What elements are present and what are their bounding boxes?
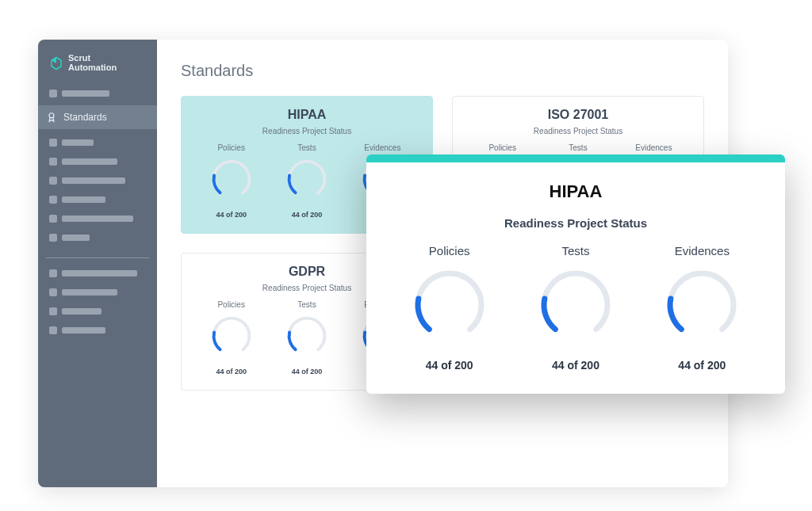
brand-logo-icon — [49, 56, 63, 71]
metric-policies: Policies 44 of 200 — [196, 143, 266, 219]
gauge-icon — [662, 265, 741, 345]
gauge-icon — [209, 157, 254, 201]
metric-label: Policies — [467, 143, 538, 152]
ribbon-icon — [46, 112, 57, 123]
metric-policies: Policies 44 of 200 — [390, 244, 508, 372]
card-subtitle: Readiness Project Status — [196, 127, 418, 135]
nav-list-secondary — [38, 266, 157, 342]
page-title: Standards — [181, 62, 704, 80]
popup-accent-bar — [366, 154, 785, 162]
metric-value: 44 of 200 — [271, 368, 342, 376]
metric-value: 44 of 200 — [196, 368, 266, 376]
nav-item-placeholder[interactable] — [46, 193, 149, 207]
popup-metrics: Policies 44 of 200 Tests 44 of 200 Evide… — [390, 244, 761, 372]
metric-value: 44 of 200 — [516, 359, 634, 372]
nav-item-label: Standards — [63, 112, 107, 123]
popup-title: HIPAA — [390, 181, 761, 202]
nav-list: Standards — [38, 86, 157, 250]
nav-item-placeholder[interactable] — [46, 323, 149, 337]
brand: Scrut Automation — [38, 54, 157, 86]
metric-label: Evidences — [347, 143, 418, 152]
gauge-icon — [410, 265, 489, 345]
metric-label: Policies — [196, 143, 266, 152]
nav-item-placeholder[interactable] — [46, 231, 149, 245]
metric-value: 44 of 200 — [643, 359, 761, 372]
metric-label: Tests — [271, 143, 342, 152]
standard-detail-popup: HIPAA Readiness Project Status Policies … — [366, 154, 785, 394]
popup-subtitle: Readiness Project Status — [390, 216, 761, 230]
nav-item-placeholder[interactable] — [46, 266, 149, 280]
nav-item-standards[interactable]: Standards — [38, 105, 157, 129]
svg-point-0 — [49, 113, 54, 118]
nav-item-placeholder[interactable] — [46, 154, 149, 169]
metric-evidences: Evidences 44 of 200 — [643, 244, 761, 372]
nav-item-placeholder[interactable] — [46, 304, 149, 318]
sidebar: Scrut Automation Standards — [38, 40, 157, 487]
metric-label: Policies — [196, 300, 266, 309]
metric-label: Evidences — [643, 244, 761, 257]
metric-tests: Tests 44 of 200 — [516, 244, 634, 372]
metric-label: Tests — [516, 244, 634, 257]
metric-label: Policies — [390, 244, 508, 257]
gauge-icon — [285, 157, 329, 201]
popup-body: HIPAA Readiness Project Status Policies … — [366, 162, 785, 394]
metric-value: 44 of 200 — [271, 211, 342, 219]
nav-item-placeholder[interactable] — [46, 212, 149, 226]
brand-name: Scrut Automation — [68, 54, 117, 72]
card-title: ISO 27001 — [467, 108, 689, 122]
metric-tests: Tests 44 of 200 — [271, 300, 342, 376]
metric-label: Tests — [542, 143, 613, 152]
gauge-icon — [536, 265, 615, 345]
gauge-icon — [209, 314, 254, 358]
metric-label: Evidences — [619, 143, 689, 152]
gauge-icon — [285, 314, 329, 358]
metric-tests: Tests 44 of 200 — [271, 143, 342, 219]
metric-label: Tests — [271, 300, 342, 309]
nav-divider — [46, 257, 149, 258]
metric-policies: Policies 44 of 200 — [196, 300, 266, 376]
nav-item-placeholder[interactable] — [46, 285, 149, 299]
nav-item-placeholder[interactable] — [46, 86, 149, 101]
nav-item-placeholder[interactable] — [46, 174, 149, 188]
metric-value: 44 of 200 — [390, 359, 508, 372]
metric-value: 44 of 200 — [196, 211, 266, 219]
card-subtitle: Readiness Project Status — [467, 127, 689, 135]
card-title: HIPAA — [196, 108, 418, 122]
nav-item-placeholder[interactable] — [46, 135, 149, 150]
